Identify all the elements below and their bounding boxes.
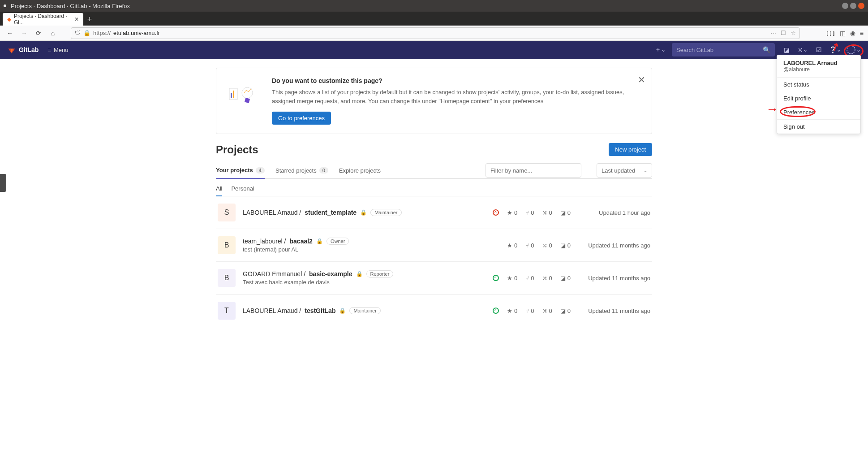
plus-dropdown[interactable]: ＋ ⌄ xyxy=(653,43,667,57)
issues-stat[interactable]: ◪0 xyxy=(560,242,571,249)
close-window-icon[interactable] xyxy=(858,3,864,9)
project-name[interactable]: team_labourel / bacaal2 🔒 Owner xyxy=(243,238,349,245)
search-input[interactable] xyxy=(676,47,763,53)
account-icon[interactable]: ◉ xyxy=(850,30,855,37)
project-name[interactable]: LABOUREL Arnaud / student_template 🔒 Mai… xyxy=(243,209,402,216)
issues-stat[interactable]: ◪0 xyxy=(560,275,571,282)
maximize-icon[interactable] xyxy=(850,3,856,9)
role-badge: Owner xyxy=(327,238,349,245)
browser-tab[interactable]: ◆ Projects · Dashboard · Gi... ✕ xyxy=(3,13,83,26)
address-bar[interactable]: 🛡 🔒 https://etulab.univ-amu.fr ⋯ ☐ ☆ xyxy=(71,27,800,39)
menu-set-status[interactable]: Set status xyxy=(777,78,860,91)
forks-stat[interactable]: ⑂0 xyxy=(525,242,534,249)
project-row[interactable]: B team_labourel / bacaal2 🔒 Owner test (… xyxy=(216,229,652,262)
stars-stat[interactable]: ★0 xyxy=(507,242,517,249)
new-tab-button[interactable]: + xyxy=(83,13,96,26)
project-row[interactable]: B GODARD Emmanuel / basic-example 🔒 Repo… xyxy=(216,262,652,295)
lock-icon: 🔒 xyxy=(316,238,323,244)
issue-icon: ◪ xyxy=(560,308,566,314)
project-row[interactable]: S LABOUREL Arnaud / student_template 🔒 M… xyxy=(216,196,652,229)
merge-icon: ⤭ xyxy=(542,275,547,282)
lock-icon: 🔒 xyxy=(360,209,367,216)
stars-stat[interactable]: ★0 xyxy=(507,308,517,314)
project-stats: ★0 ⑂0 ⤭0 ◪0 Updated 1 hour ago xyxy=(493,209,650,216)
stars-stat[interactable]: ★0 xyxy=(507,275,517,282)
star-icon: ★ xyxy=(507,242,512,249)
mrs-stat[interactable]: ⤭0 xyxy=(542,275,552,282)
banner-text: This page shows a list of your projects … xyxy=(272,88,641,105)
project-description: test (internal) pour AL xyxy=(243,246,349,253)
minimize-icon[interactable] xyxy=(842,3,848,9)
reader-icon[interactable]: ☐ xyxy=(781,30,786,36)
project-row[interactable]: T LABOUREL Arnaud / testGitLab 🔒 Maintai… xyxy=(216,295,652,327)
project-name[interactable]: LABOUREL Arnaud / testGitLab 🔒 Maintaine… xyxy=(243,307,381,314)
close-tab-icon[interactable]: ✕ xyxy=(74,16,79,22)
project-avatar: S xyxy=(218,204,236,221)
tab-explore-projects[interactable]: Explore projects xyxy=(339,163,381,178)
go-to-preferences-button[interactable]: Go to preferences xyxy=(272,112,331,125)
bookmark-icon[interactable]: ☆ xyxy=(791,30,796,36)
gitlab-logo[interactable]: GitLab xyxy=(7,45,39,54)
issue-icon: ◪ xyxy=(560,209,566,216)
hamburger-icon: ≡ xyxy=(47,47,51,53)
forks-stat[interactable]: ⑂0 xyxy=(525,275,534,282)
project-stats: ★0 ⑂0 ⤭0 ◪0 Updated 11 months ago xyxy=(493,242,650,249)
hamburger-icon[interactable]: ≡ xyxy=(860,30,864,37)
issue-icon: ◪ xyxy=(560,242,566,249)
tab-your-projects[interactable]: Your projects 4 xyxy=(216,162,265,179)
forward-button[interactable]: → xyxy=(19,28,30,39)
pipeline-status-icon xyxy=(493,209,499,216)
main-content: Do you want to customize this page? This… xyxy=(216,59,652,327)
menu-button[interactable]: ≡ Menu xyxy=(47,47,68,53)
project-owner: team_labourel / xyxy=(243,238,286,245)
sort-dropdown[interactable]: Last updated ⌄ xyxy=(597,163,652,178)
stars-stat[interactable]: ★0 xyxy=(507,209,517,216)
star-icon: ★ xyxy=(507,209,512,216)
issues-stat[interactable]: ◪0 xyxy=(560,308,571,314)
mrs-stat[interactable]: ⤭0 xyxy=(542,242,552,249)
tab-label: Starred projects xyxy=(275,167,317,174)
project-avatar: B xyxy=(218,269,236,287)
back-button[interactable]: ← xyxy=(4,28,15,39)
forks-stat[interactable]: ⑂0 xyxy=(525,308,534,314)
project-info: team_labourel / bacaal2 🔒 Owner test (in… xyxy=(243,238,349,253)
menu-edit-profile[interactable]: Edit profile xyxy=(777,91,860,105)
home-button[interactable]: ⌂ xyxy=(47,28,58,39)
library-icon[interactable]: ⫿⫿⫿ xyxy=(826,30,835,37)
reload-button[interactable]: ⟳ xyxy=(33,28,44,39)
forks-stat[interactable]: ⑂0 xyxy=(525,209,534,216)
lock-icon: 🔒 xyxy=(83,30,90,36)
sidebar-icon[interactable]: ◫ xyxy=(840,30,846,37)
fork-icon: ⑂ xyxy=(525,209,529,216)
project-name[interactable]: GODARD Emmanuel / basic-example 🔒 Report… xyxy=(243,270,393,278)
new-project-button[interactable]: New project xyxy=(609,143,652,156)
subtab-all[interactable]: All xyxy=(216,182,222,196)
role-badge: Maintainer xyxy=(370,209,401,216)
merge-icon: ⤭ xyxy=(542,209,547,216)
subtab-personal[interactable]: Personal xyxy=(231,182,254,196)
projects-header: Projects New project xyxy=(216,143,652,156)
gitlab-header: GitLab ≡ Menu ＋ ⌄ 🔍 ◪ ⤭ ⌄ ☑ ❔⌄ ⌄ xyxy=(0,41,868,59)
svg-rect-3 xyxy=(233,91,234,98)
more-icon[interactable]: ⋯ xyxy=(770,30,776,36)
os-window-title: Projects · Dashboard · GitLab - Mozilla … xyxy=(11,3,130,9)
browser-tabstrip: ◆ Projects · Dashboard · Gi... ✕ + xyxy=(0,12,868,26)
filter-input[interactable] xyxy=(486,163,581,178)
side-handle[interactable] xyxy=(0,174,6,192)
project-list: S LABOUREL Arnaud / student_template 🔒 M… xyxy=(216,196,652,327)
user-dropdown: LABOUREL Arnaud @alaboure Set status Edi… xyxy=(777,55,861,134)
app-indicator-icon xyxy=(4,4,6,7)
menu-sign-out[interactable]: Sign out xyxy=(777,119,860,134)
mrs-stat[interactable]: ⤭0 xyxy=(542,308,552,314)
svg-rect-2 xyxy=(231,93,232,98)
tab-title: Projects · Dashboard · Gi... xyxy=(14,13,70,26)
tab-starred-projects[interactable]: Starred projects 0 xyxy=(275,163,328,178)
mrs-stat[interactable]: ⤭0 xyxy=(542,209,552,216)
menu-preferences[interactable]: Preferences xyxy=(777,105,860,119)
issues-stat[interactable]: ◪0 xyxy=(560,209,571,216)
close-banner-icon[interactable]: ✕ xyxy=(638,74,645,85)
updated-time: Updated 11 months ago xyxy=(579,242,650,249)
svg-point-0 xyxy=(847,46,855,54)
tab-label: Your projects xyxy=(216,167,253,173)
search-box[interactable]: 🔍 xyxy=(672,43,775,56)
